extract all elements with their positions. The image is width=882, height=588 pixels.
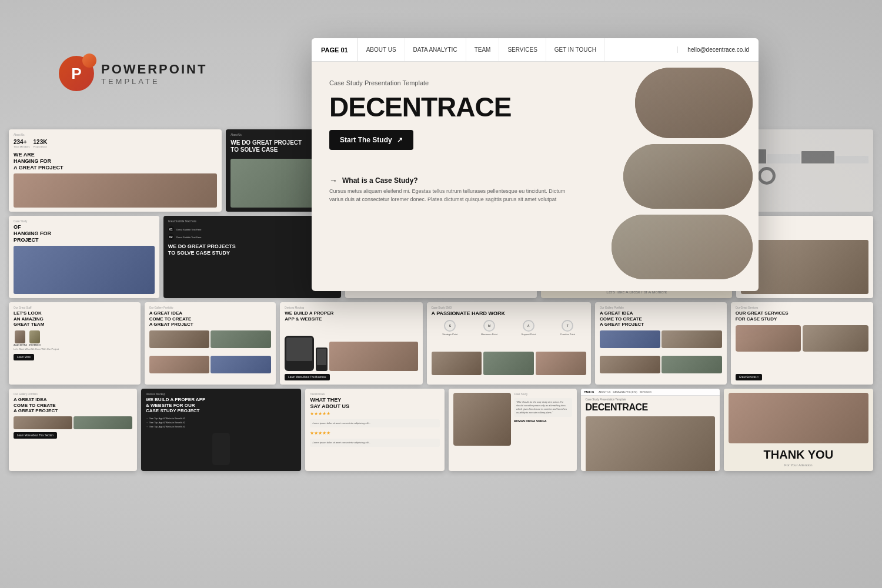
slide-great-services[interactable]: Our Great Services OUR GREAT SERVICESFOR… bbox=[731, 302, 873, 385]
hero-image-top bbox=[635, 68, 753, 138]
nav-p: PAGE 01 bbox=[584, 390, 594, 393]
slide-app-website2[interactable]: Devices Mockup WE BUILD A PROPER APP& WE… bbox=[141, 389, 301, 471]
gallery2-img2 bbox=[662, 330, 722, 348]
step4: T Creative Point bbox=[549, 320, 586, 349]
s5r3-gallery bbox=[600, 330, 722, 380]
slide-decentrace-nav[interactable]: PAGE 01 ABOUT US DATA ANALYTIC (ETL) SER… bbox=[581, 389, 720, 471]
slide-navbar: PAGE 01 ABOUT US DATA ANALYTIC TEAM SERV… bbox=[312, 38, 759, 62]
s1r4-heading: A GREAT IDEACOME TO CREATEA GREAT PROJEC… bbox=[14, 397, 132, 414]
logo-area: P POWERPOINT TEMPLATE bbox=[59, 56, 207, 91]
nav-svc: SERVICES bbox=[640, 390, 652, 393]
s5r4-title: DECENTRACE bbox=[586, 402, 715, 413]
slide-app-website[interactable]: Devices Mockup WE BUILD A PROPERAPP & WE… bbox=[280, 302, 422, 385]
s3r3-btn[interactable]: Learn More About The Business bbox=[285, 374, 329, 380]
s1r3-eyebrow: Our Great Staff bbox=[14, 306, 136, 309]
s5r4-image bbox=[586, 416, 715, 471]
nav-da: DATA ANALYTIC (ETL) bbox=[613, 390, 637, 393]
s4r4-quote-text: "War should be the only study of a princ… bbox=[516, 400, 569, 415]
s1r4-gallery bbox=[14, 416, 132, 429]
powerpoint-icon: P bbox=[59, 56, 94, 91]
hero-image-mid bbox=[623, 144, 753, 209]
slide-gallery-create[interactable]: Our Gallery Portfolio A GREAT IDEACOME T… bbox=[9, 389, 137, 471]
s4r3-heading: A PASSIONATE HARD WORK bbox=[432, 310, 587, 317]
s4r4-eyebrow: Case Study bbox=[514, 393, 572, 396]
slide-passionate-hardwork[interactable]: Case Study EMO A PASSIONATE HARD WORK S … bbox=[427, 302, 592, 385]
nav-about-us[interactable]: ABOUT US bbox=[358, 38, 405, 61]
gallery-img2 bbox=[211, 330, 271, 348]
stat-123k: 123K bbox=[34, 139, 48, 145]
slide-quote-person[interactable]: Case Study "War should be the only study… bbox=[449, 389, 577, 471]
slide-thank-you[interactable]: THANK YOU For Your Attention bbox=[724, 389, 873, 471]
photo-shape-1 bbox=[635, 68, 753, 138]
s4r4-person-img bbox=[453, 393, 511, 446]
s5r4-sub: Case Study Presentation Template bbox=[586, 398, 715, 401]
s3r3-eyebrow: Devices Mockup bbox=[285, 306, 417, 309]
stat-234: 234+ bbox=[14, 139, 30, 145]
s3r4-stars2: ★★★★★ bbox=[310, 430, 439, 436]
s3r4-heading: WHAT THEYSAY ABOUT US bbox=[310, 397, 439, 410]
slide-about-us-hero[interactable]: About Us 234+ Team Members 123K Project … bbox=[9, 129, 222, 212]
start-study-button[interactable]: Start The Study ↗ bbox=[329, 130, 413, 150]
slide-right-images bbox=[594, 62, 759, 291]
s2r4-eyebrow: Devices Mockup bbox=[146, 393, 296, 396]
s5r2-eyebrow: Case Study bbox=[741, 220, 868, 223]
s1r3-heading: LET'S LOOKAN AMAZINGGREAT TEAM bbox=[14, 310, 136, 328]
stat-234-label: Team Members bbox=[14, 145, 30, 148]
nav-team[interactable]: TEAM bbox=[466, 38, 500, 61]
what-is-title: What is a Case Study? bbox=[342, 176, 418, 185]
nav-items: ABOUT US DATA ANALYTIC TEAM SERVICES GET… bbox=[358, 38, 678, 61]
hero-image-bot bbox=[612, 215, 753, 279]
gallery-img1 bbox=[149, 330, 210, 348]
nav-data-analytic[interactable]: DATA ANALYTIC bbox=[405, 38, 466, 61]
s6r3-eyebrow: Our Great Services bbox=[736, 306, 868, 309]
s1r2-eyebrow: Case Study bbox=[14, 220, 155, 223]
gallery2-img3 bbox=[600, 356, 660, 373]
s5r4-content: Case Study Presentation Template DECENTR… bbox=[581, 396, 720, 471]
s1r3-btn[interactable]: Learn More bbox=[14, 354, 34, 360]
s4r3-steps: S Strategic Point M Maximum Point A Supp… bbox=[432, 320, 587, 349]
photo-shape-3 bbox=[612, 215, 753, 279]
what-is-body: Cursus metus aliquam eleifend mi. Egesta… bbox=[329, 188, 576, 203]
s2r4-heading: WE BUILD A PROPER APP& WEBSITE FOR OURCA… bbox=[146, 397, 296, 414]
slide-left-content: Case Study Presentation Template DECENTR… bbox=[312, 62, 594, 291]
step1: S Strategic Point bbox=[432, 320, 469, 349]
phone-mockup bbox=[316, 348, 328, 371]
s3r3-photo bbox=[329, 342, 417, 371]
pp-letter: P bbox=[71, 65, 81, 83]
slide-great-team[interactable]: Our Great Staff LET'S LOOKAN AMAZINGGREA… bbox=[9, 302, 141, 385]
s5r2-heading: PAG...HAN... bbox=[741, 224, 868, 237]
s4r3-img2 bbox=[483, 352, 534, 375]
s6r3-img1 bbox=[736, 325, 801, 352]
s1r4-eyebrow: Our Gallery Portfolio bbox=[14, 393, 132, 396]
s3r3-heading: WE BUILD A PROPERAPP & WEBSITE bbox=[285, 310, 417, 322]
stat-123k-label: Project Done bbox=[34, 145, 48, 148]
slide-testimonials[interactable]: Testimonials WHAT THEYSAY ABOUT US ★★★★★… bbox=[305, 389, 444, 471]
nav-get-in-touch[interactable]: GET IN TOUCH bbox=[546, 38, 605, 61]
step3: A Support Point bbox=[510, 320, 547, 349]
logo-sub-text: TEMPLATE bbox=[101, 77, 207, 86]
monitor-mockup bbox=[285, 336, 314, 371]
logo-text: POWERPOINT TEMPLATE bbox=[101, 62, 207, 86]
s2r3-heading: A GREAT IDEACOME TO CREATEA GREAT PROJEC… bbox=[149, 310, 272, 328]
slide-gallery-portfolio[interactable]: Our Gallery Portfolio A GREAT IDEACOME T… bbox=[145, 302, 276, 385]
s5r4-nav: PAGE 01 ABOUT US DATA ANALYTIC (ETL) SER… bbox=[581, 389, 720, 396]
slide-gallery2[interactable]: Our Gallery Portfolio A GREAT IDEACOME T… bbox=[595, 302, 727, 385]
arrow-icon: ↗ bbox=[397, 136, 403, 144]
nav-services[interactable]: SERVICES bbox=[499, 38, 546, 61]
s6r3-btn[interactable]: Great Services > bbox=[736, 374, 763, 380]
slide-page-hanging[interactable]: Case Study OFHANGING FORPROJECT bbox=[9, 216, 159, 298]
s4r3-img3 bbox=[536, 352, 586, 375]
s4r4-quote: "War should be the only study of a princ… bbox=[514, 398, 572, 417]
s6r3-heading: OUR GREAT SERVICESFOR CASE STUDY bbox=[736, 310, 868, 322]
slide-body: Case Study Presentation Template DECENTR… bbox=[312, 62, 759, 291]
right-arrow-icon: → bbox=[329, 176, 338, 185]
nav-page01: PAGE 01 bbox=[312, 38, 358, 61]
s2r4-phone bbox=[146, 432, 296, 465]
thank-you-title: THANK YOU bbox=[764, 448, 834, 461]
s3r4-quote2: Lorem ipsum dolor sit amet consectetur a… bbox=[310, 439, 439, 447]
s1r4-btn[interactable]: Learn More About This Section bbox=[14, 432, 57, 439]
s1r1-eyebrow: About Us bbox=[14, 133, 217, 136]
s5r2-image bbox=[741, 240, 868, 294]
what-is-heading: → What is a Case Study? bbox=[329, 176, 576, 185]
s1r1-image bbox=[14, 173, 217, 208]
